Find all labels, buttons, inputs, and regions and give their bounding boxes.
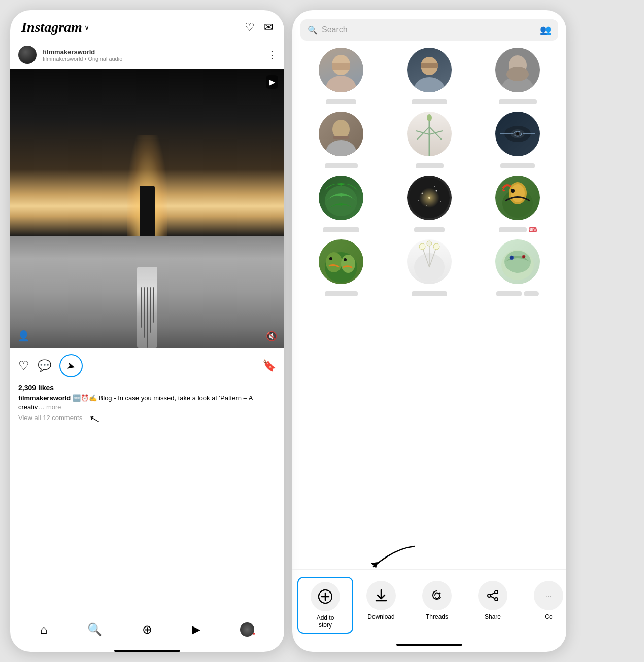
- phone-right: 🔍 Search 👥: [292, 10, 566, 652]
- contact-avatar-5: [407, 112, 452, 156]
- post-subtitle: filmmakersworld • Original audio: [43, 56, 122, 62]
- name-blur-3: [477, 99, 558, 104]
- name-blur-7: [300, 227, 382, 232]
- post-info: 2,309 likes filmmakersworld 🆕⏰✍️ Blog - …: [10, 384, 284, 426]
- svg-point-33: [419, 188, 439, 208]
- svg-point-61: [439, 593, 441, 594]
- post-image-container: ▶ 👤 🔇: [10, 69, 284, 348]
- contact-3[interactable]: [477, 48, 558, 92]
- comment-icon[interactable]: 💬: [38, 359, 51, 372]
- contact-names-1: [300, 99, 558, 104]
- svg-rect-2: [332, 63, 350, 70]
- download-label: Download: [367, 613, 394, 620]
- name-blur-5: [389, 163, 470, 168]
- contact-1[interactable]: [300, 48, 382, 92]
- contact-4[interactable]: [300, 112, 382, 156]
- contact-names-3: NEW: [300, 227, 558, 232]
- post-user-text: filmmakersworld filmmakersworld • Origin…: [43, 48, 122, 62]
- add-to-story-label: Add tostory: [317, 614, 334, 629]
- bookmark-icon[interactable]: 🔖: [262, 359, 276, 372]
- mute-icon[interactable]: 🔇: [266, 331, 277, 342]
- nav-home[interactable]: ⌂: [40, 622, 48, 637]
- caption: filmmakersworld 🆕⏰✍️ Blog - In case you …: [18, 394, 276, 412]
- contact-avatar-12: [495, 239, 540, 284]
- threads-icon: [430, 588, 444, 603]
- svg-point-64: [488, 594, 491, 597]
- add-to-story-action[interactable]: Add tostory: [297, 577, 353, 634]
- svg-point-47: [419, 243, 425, 250]
- share-action[interactable]: Share: [465, 577, 521, 634]
- nav-add[interactable]: ⊕: [142, 622, 152, 637]
- post-avatar[interactable]: [17, 45, 38, 65]
- contact-2[interactable]: [389, 48, 470, 92]
- contact-avatar-9: [495, 176, 540, 220]
- name-blur-4: [300, 163, 382, 168]
- threads-icon-circle: [422, 581, 452, 610]
- svg-point-41: [329, 257, 332, 260]
- download-action[interactable]: Download: [353, 577, 409, 634]
- share-bottom-sheet: Add tostory Download: [292, 544, 566, 639]
- name-blur-1: [300, 99, 382, 104]
- post-header: filmmakersworld filmmakersworld • Origin…: [10, 41, 284, 69]
- svg-line-66: [491, 597, 495, 599]
- search-placeholder[interactable]: Search: [322, 25, 536, 34]
- nav-search[interactable]: 🔍: [87, 622, 103, 637]
- caption-more[interactable]: more: [46, 403, 61, 411]
- name-blur-6: [477, 163, 558, 168]
- svg-point-53: [522, 255, 525, 258]
- contact-11[interactable]: [389, 239, 470, 284]
- post-username[interactable]: filmmakersworld: [43, 48, 122, 56]
- threads-action[interactable]: Threads: [409, 577, 465, 634]
- search-icon: 🔍: [308, 25, 318, 35]
- svg-point-36: [511, 184, 525, 202]
- phone-left: Instagram ∨ ♡ ✉ filmmakersworld filmmake…: [10, 10, 284, 652]
- post-more-icon[interactable]: ⋮: [267, 49, 277, 61]
- svg-point-24: [325, 186, 357, 216]
- svg-point-21: [516, 132, 519, 135]
- caption-emojis: 🆕⏰✍️: [73, 394, 97, 402]
- svg-point-51: [504, 251, 531, 273]
- like-icon[interactable]: ♡: [18, 359, 29, 373]
- post-image-top: ▶: [10, 69, 284, 236]
- name-blur-2: [389, 99, 470, 104]
- svg-point-49: [433, 243, 439, 250]
- messenger-icon[interactable]: ✉: [264, 21, 273, 34]
- bottom-nav: ⌂ 🔍 ⊕ ▶: [10, 616, 284, 647]
- view-comments[interactable]: View all 12 comments: [18, 414, 276, 422]
- nav-avatar[interactable]: [240, 622, 254, 637]
- heart-icon[interactable]: ♡: [245, 21, 255, 34]
- contact-10[interactable]: [300, 239, 382, 284]
- svg-point-52: [510, 256, 514, 260]
- svg-point-8: [506, 67, 529, 81]
- contact-7[interactable]: [300, 176, 382, 220]
- nav-reels[interactable]: ▶: [192, 623, 200, 636]
- svg-marker-54: [371, 562, 378, 568]
- user-overlay-icon: 👤: [17, 330, 30, 342]
- svg-point-1: [326, 76, 356, 92]
- contact-9[interactable]: [477, 176, 558, 220]
- contact-names-2: [300, 163, 558, 168]
- more-action[interactable]: ··· Co: [521, 577, 566, 634]
- logo-chevron[interactable]: ∨: [84, 23, 89, 32]
- contact-5[interactable]: [389, 112, 470, 156]
- more-icon-circle: ···: [534, 581, 563, 610]
- download-icon-circle: [366, 581, 396, 610]
- contact-6[interactable]: [477, 112, 558, 156]
- caption-username[interactable]: filmmakersworld: [18, 394, 71, 402]
- contact-avatar-4: [319, 112, 363, 156]
- contact-12[interactable]: [477, 239, 558, 284]
- add-to-story-icon: [317, 588, 333, 605]
- svg-point-30: [440, 201, 441, 202]
- contact-8[interactable]: [389, 176, 470, 220]
- logo-text: Instagram: [21, 19, 82, 36]
- send-button[interactable]: ➤: [59, 354, 83, 377]
- contacts-row-4: [300, 239, 558, 284]
- svg-point-11: [326, 140, 356, 156]
- name-blur-12: [477, 291, 558, 296]
- share-icon: [486, 588, 500, 603]
- arrow-area: ↓: [91, 426, 284, 436]
- post-actions-left: ♡ 💬 ➤: [18, 354, 83, 377]
- add-people-icon[interactable]: 👥: [540, 24, 551, 36]
- search-bar[interactable]: 🔍 Search 👥: [300, 19, 558, 41]
- contacts-row-3: [300, 176, 558, 220]
